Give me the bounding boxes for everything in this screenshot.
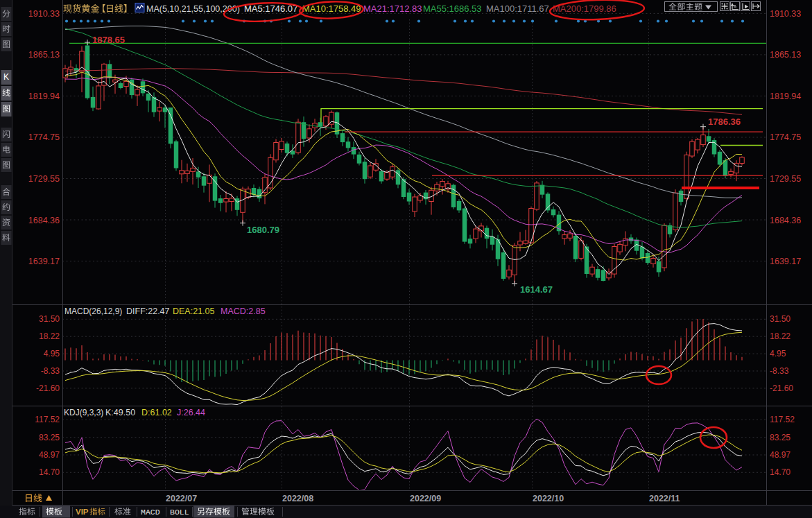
svg-text:-8.33: -8.33 (770, 366, 789, 376)
svg-text:2022/10: 2022/10 (533, 494, 564, 503)
svg-text:1878.65: 1878.65 (92, 35, 125, 45)
svg-text:1910.33: 1910.33 (28, 9, 60, 19)
svg-text:VIP: VIP (76, 508, 89, 516)
svg-text:MA55:1686.53: MA55:1686.53 (423, 3, 482, 14)
svg-text:1614.67: 1614.67 (520, 284, 553, 295)
svg-text:MA21:1712.83: MA21:1712.83 (363, 3, 422, 14)
svg-text:1865.13: 1865.13 (770, 50, 801, 60)
svg-text:-21.60: -21.60 (36, 383, 60, 393)
svg-text:KDJ(9,3,3): KDJ(9,3,3) (64, 408, 103, 417)
svg-text:117.52: 117.52 (770, 415, 795, 424)
svg-text:14.70: 14.70 (770, 467, 791, 477)
svg-text:D:61.02: D:61.02 (141, 408, 172, 417)
svg-text:83.25: 83.25 (39, 433, 60, 442)
svg-text:DEA:21.05: DEA:21.05 (173, 307, 215, 316)
svg-text:1684.36: 1684.36 (770, 216, 801, 225)
svg-text:2022/11: 2022/11 (649, 494, 680, 503)
svg-text:MA(5,10,21,55,100,200): MA(5,10,21,55,100,200) (146, 4, 240, 14)
svg-text:1774.75: 1774.75 (770, 132, 801, 142)
svg-text:18.22: 18.22 (39, 331, 60, 341)
svg-text:BOLL: BOLL (170, 508, 189, 517)
svg-text:117.52: 117.52 (35, 415, 60, 424)
svg-text:1786.36: 1786.36 (708, 116, 741, 127)
svg-text:1819.94: 1819.94 (770, 92, 801, 101)
svg-text:1774.75: 1774.75 (28, 132, 60, 142)
svg-text:1639.17: 1639.17 (28, 257, 60, 266)
svg-text:MA100:1711.67: MA100:1711.67 (486, 3, 549, 14)
svg-text:2022/08: 2022/08 (282, 494, 313, 503)
svg-text:14.70: 14.70 (39, 467, 60, 477)
svg-text:1819.94: 1819.94 (28, 92, 60, 101)
svg-text:4.95: 4.95 (770, 349, 786, 359)
svg-text:4.95: 4.95 (44, 349, 60, 359)
svg-text:-8.33: -8.33 (41, 366, 60, 376)
svg-text:83.25: 83.25 (770, 433, 791, 442)
svg-text:1910.33: 1910.33 (770, 9, 801, 19)
svg-text:MACD: MACD (141, 508, 160, 517)
svg-text:K: K (3, 72, 9, 82)
svg-text:1729.55: 1729.55 (770, 174, 801, 184)
svg-text:K:49.50: K:49.50 (105, 408, 135, 417)
svg-text:1639.17: 1639.17 (770, 257, 801, 266)
svg-text:J:26.44: J:26.44 (177, 408, 205, 417)
svg-text:1865.13: 1865.13 (28, 50, 60, 60)
svg-text:18.22: 18.22 (770, 331, 791, 341)
svg-text:2022/09: 2022/09 (410, 494, 441, 503)
svg-text:DIFF:22.47: DIFF:22.47 (126, 307, 170, 316)
svg-text:1684.36: 1684.36 (28, 216, 60, 225)
svg-text:1680.79: 1680.79 (247, 225, 279, 235)
svg-text:MA5:1746.07: MA5:1746.07 (244, 3, 297, 14)
svg-text:-21.60: -21.60 (770, 383, 793, 393)
svg-text:2022/07: 2022/07 (166, 494, 197, 503)
svg-text:31.50: 31.50 (39, 314, 60, 324)
svg-text:MACD(26,12,9): MACD(26,12,9) (64, 307, 122, 316)
svg-text:48.97: 48.97 (39, 450, 60, 460)
svg-text:31.50: 31.50 (770, 314, 791, 324)
svg-text:MACD:2.85: MACD:2.85 (221, 307, 266, 316)
svg-text:48.97: 48.97 (770, 450, 791, 460)
svg-text:1729.55: 1729.55 (28, 174, 60, 184)
